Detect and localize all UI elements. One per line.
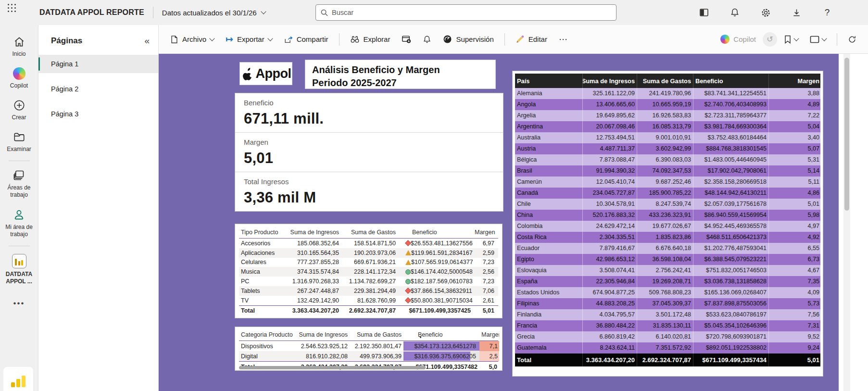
nav-item-crear[interactable]: Crear <box>2 95 37 124</box>
col-header[interactable]: Suma de Gastos <box>341 229 398 236</box>
bookmarks-button[interactable] <box>779 32 803 47</box>
page-item-pagina-1[interactable]: Página 1 <box>38 55 158 73</box>
table-row[interactable]: Alemania325.161.122,09241.419.780,96$83.… <box>515 88 820 99</box>
table-row[interactable]: Grecia6.860.819,426.140.020,81$720.798,6… <box>515 331 820 342</box>
table-row[interactable]: Ecuador7.879.416,676.676.640,18$1.202.77… <box>515 243 820 254</box>
app-launcher-icon[interactable] <box>7 3 26 22</box>
cell-beneficio: $533.623,0840786197 <box>693 309 768 320</box>
page-item-pagina-2[interactable]: Página 2 <box>38 80 158 98</box>
table-row[interactable]: Bélgica7.873.088,476.390.083,03$1.483.00… <box>515 154 820 165</box>
col-header[interactable]: Suma de Ingresos <box>287 229 341 236</box>
table-row[interactable]: TV132.429.142,9081.628.760,99$50.800.381… <box>239 296 498 305</box>
nav-item-examinar[interactable]: Examinar <box>2 127 37 156</box>
col-header[interactable]: País <box>515 74 582 88</box>
col-header[interactable]: Suma de Ingresos <box>582 74 637 88</box>
vertical-scrollbar[interactable] <box>843 54 850 391</box>
add-card-button[interactable] <box>397 31 416 47</box>
page-item-pagina-3[interactable]: Página 3 <box>38 105 158 123</box>
col-header[interactable]: Suma de Ingresos <box>296 331 350 338</box>
table-row[interactable]: Brasil91.994.390,3274.092.347,53$17.902.… <box>515 165 820 177</box>
table-row[interactable]: Chile10.304.578,918.247.539,74$2.057.039… <box>515 199 820 210</box>
table-row[interactable]: Canadá234.045.727,87185.900.785,22$48.14… <box>515 188 820 199</box>
kpi-beneficio[interactable]: Beneficio 671,11 mill. <box>235 93 503 132</box>
table-row[interactable]: Filipinas44.883.208,2537.045.309,37$7.83… <box>515 298 820 309</box>
copilot-icon <box>13 67 25 80</box>
explorar-button[interactable]: Explorar <box>345 32 395 47</box>
table-row[interactable]: Dispositivos2.546.523.925,122.192.350.80… <box>239 341 498 351</box>
search-box[interactable] <box>315 4 616 21</box>
col-header[interactable]: Beneficio <box>693 74 768 88</box>
table-row[interactable]: Aplicaciones310.165.564,35190.203.973,06… <box>239 248 498 258</box>
compartir-button[interactable]: Compartir <box>279 32 333 47</box>
table-row[interactable]: Finlandia4.034.795,573.501.172,48$533.62… <box>515 309 820 320</box>
nav-item-copilot[interactable]: Copilot <box>2 63 37 92</box>
table-row[interactable]: Argelia19.649.895,6216.926.583,83$2.723.… <box>515 110 820 121</box>
table-row[interactable]: Eslovaquia3.508.074,412.756.242,41$751.8… <box>515 265 820 276</box>
table-row[interactable]: Guatemala8.243.624,117.351.572,92$892.05… <box>515 342 820 353</box>
data-updated-dropdown[interactable]: Datos actualizados el 30/1/26 <box>162 9 265 17</box>
col-header[interactable]: Beneficio ▼ <box>403 331 479 338</box>
supervision-button[interactable]: Supervisión <box>438 31 498 47</box>
table-row[interactable]: Digital816.910.282,08499.973.906,39$316.… <box>239 351 498 361</box>
editar-button[interactable]: Editar <box>511 31 552 47</box>
table-row[interactable]: Musica374.315.574,84228.141.172,34$146.1… <box>239 267 498 277</box>
cell-beneficio-databar: $354.173.123,6451278 <box>403 341 479 351</box>
table-row[interactable]: China520.176.883,32433.236.323,91$86.940… <box>515 210 820 221</box>
nav-more-icon[interactable]: ••• <box>13 299 25 308</box>
col-header[interactable]: Categoria Producto <box>239 331 296 338</box>
undo-button[interactable]: ↺ <box>763 32 777 47</box>
table-row[interactable]: Camerún12.045.410,749.687.252,46$2.358.1… <box>515 177 820 188</box>
power-bi-logo[interactable] <box>3 367 33 391</box>
kpi-margen[interactable]: Margen 5,01 <box>235 132 503 172</box>
panel-view-icon[interactable] <box>696 4 712 21</box>
nav-item-datdata-appol[interactable]: DATDATA APPOL ... <box>2 250 37 288</box>
col-header[interactable]: Tipo Producto <box>239 229 287 236</box>
table-row[interactable]: PC1.316.970.268,331.134.782.699,27$182.1… <box>239 277 498 286</box>
table-row[interactable]: Austria4.487.711,373.602.942,99$884.768,… <box>515 143 820 154</box>
refresh-button[interactable] <box>843 32 861 47</box>
table-row[interactable]: Egipto42.986.653,1236.598.108,04$6.388.5… <box>515 254 820 265</box>
col-header[interactable]: Margen <box>768 74 821 88</box>
table-row[interactable]: Francia36.880.484,2231.835.130,11$5.045.… <box>515 320 820 331</box>
alerts-button[interactable] <box>418 32 436 47</box>
table-row[interactable]: Accesorios185.068.352,64158.514.871,50$2… <box>239 239 498 248</box>
search-input[interactable] <box>332 9 611 16</box>
copilot-button[interactable]: Copilot <box>716 32 761 47</box>
exportar-button[interactable]: ↦ Exportar <box>221 31 277 47</box>
kpi-total-ingresos[interactable]: Total Ingresos 3,36 mil M <box>235 172 503 211</box>
table-row[interactable]: Colombia24.629.472,1419.677.026,67$4.952… <box>515 221 820 232</box>
table-header[interactable]: Tipo Producto Suma de Ingresos Suma de G… <box>239 227 498 239</box>
nav-item-mi-area[interactable]: Mi área de trabajo <box>2 204 37 241</box>
table-header[interactable]: País Suma de Ingresos Suma de Gastos Ben… <box>515 74 820 88</box>
scrollbar-thumb[interactable] <box>239 366 426 369</box>
nav-item-areas-de-trabajo[interactable]: Áreas de trabajo <box>2 165 37 202</box>
help-icon[interactable]: ? <box>819 4 835 21</box>
table-row[interactable]: Argentina20.067.098,4616.085.313,79$3.98… <box>515 121 820 132</box>
table-row[interactable]: Costa Rica2.304.335,511.835.823,86$468.5… <box>515 232 820 243</box>
settings-icon[interactable] <box>757 4 774 21</box>
collapse-panel-icon[interactable]: « <box>144 36 150 46</box>
col-header[interactable]: Beneficio <box>398 229 473 236</box>
table-row[interactable]: Tablets267.247.448,87229.381.294,49$37.8… <box>239 286 498 296</box>
cell-pais: Guatemala <box>515 342 582 353</box>
nav-item-inicio[interactable]: Inicio <box>2 32 37 61</box>
download-icon[interactable] <box>788 4 805 21</box>
cell-margen: 7,22 <box>768 110 820 121</box>
view-button[interactable] <box>805 32 831 47</box>
col-header[interactable]: Margen <box>473 229 496 236</box>
archivo-button[interactable]: Archivo <box>165 32 219 47</box>
table-row[interactable]: Angola13.406.665,6010.665.959,19$2.740.7… <box>515 99 820 110</box>
col-header[interactable]: Suma de Gastos <box>637 74 693 88</box>
horizontal-scrollbar[interactable] <box>239 366 498 369</box>
col-header[interactable]: Suma de Gastos <box>350 331 403 338</box>
toolbar-more-icon[interactable]: ⋯ <box>554 34 572 45</box>
plus-circle-icon <box>13 99 25 112</box>
table-row[interactable]: Celulares777.237.855,28669.671.936,21$10… <box>239 258 498 267</box>
table-row[interactable]: Estados Unidos674.904.877,25509.768.808,… <box>515 287 820 298</box>
notifications-icon[interactable] <box>727 4 743 21</box>
table-header[interactable]: Categoria Producto Suma de Ingresos Suma… <box>239 329 498 341</box>
table-row[interactable]: Australia12.753.494,519.001.010,91$3.752… <box>515 132 820 143</box>
col-header[interactable]: Margen <box>479 331 499 338</box>
scrollbar-thumb[interactable] <box>844 58 849 211</box>
table-row[interactable]: España22.305.946,8419.269.208,71$3.036.7… <box>515 276 820 287</box>
